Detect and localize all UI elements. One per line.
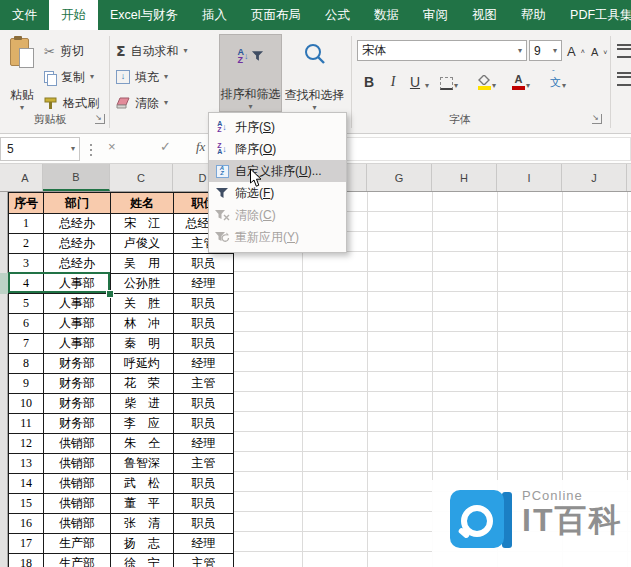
table-cell[interactable]: 林 冲 (111, 314, 174, 334)
menu-item-sort-descending[interactable]: ZA↓ 降序(O) (209, 138, 346, 160)
column-header-i[interactable]: I (497, 164, 562, 191)
grow-font-button[interactable]: A˄ (567, 41, 585, 61)
italic-button[interactable]: I (384, 68, 402, 90)
table-cell[interactable]: 经理 (174, 274, 234, 294)
column-header-a[interactable]: A (8, 164, 43, 191)
bold-button[interactable]: B (360, 68, 378, 90)
table-cell[interactable]: 职员 (174, 294, 234, 314)
table-cell[interactable]: 12 (9, 434, 44, 454)
table-cell[interactable]: 7 (9, 334, 44, 354)
ribbon-tab[interactable]: 开始 (49, 0, 98, 30)
fill-button[interactable]: ↓ 填充 ▾ (116, 67, 168, 87)
table-cell[interactable]: 总经办 (44, 234, 111, 254)
table-cell[interactable]: 人事部 (44, 314, 111, 334)
table-cell[interactable]: 职员 (174, 414, 234, 434)
table-cell[interactable]: 主管 (174, 554, 234, 567)
clear-dropdown-caret-icon[interactable]: ▾ (164, 99, 168, 107)
ribbon-tab[interactable]: 数据 (362, 0, 411, 30)
ribbon-tab[interactable]: 文件 (0, 0, 49, 30)
table-cell[interactable]: 关 胜 (111, 294, 174, 314)
table-cell[interactable]: 朱 仝 (111, 434, 174, 454)
table-cell[interactable]: 供销部 (44, 494, 111, 514)
menu-item-filter[interactable]: 筛选(F) (209, 182, 346, 204)
table-cell[interactable]: 9 (9, 374, 44, 394)
table-cell[interactable]: 总经办 (44, 254, 111, 274)
ribbon-tab[interactable]: Excel与财务 (98, 0, 190, 30)
table-cell[interactable]: 13 (9, 454, 44, 474)
table-cell[interactable]: 经理 (174, 534, 234, 554)
table-cell[interactable]: 职员 (174, 474, 234, 494)
table-cell[interactable]: 15 (9, 494, 44, 514)
copy-dropdown-caret-icon[interactable]: ▾ (90, 73, 94, 81)
borders-button[interactable]: ▾ (440, 68, 458, 90)
table-cell[interactable]: 徐 宁 (111, 554, 174, 567)
font-name-combo[interactable]: 宋体 ▾ (357, 40, 527, 61)
menu-item-sort-ascending[interactable]: AZ↓ 升序(S) (209, 116, 346, 138)
ribbon-tab[interactable]: 审阅 (411, 0, 460, 30)
table-cell[interactable]: 扬 志 (111, 534, 174, 554)
table-cell[interactable]: 李 应 (111, 414, 174, 434)
ribbon-tab[interactable]: 视图 (460, 0, 509, 30)
column-header-j[interactable]: J (562, 164, 627, 191)
font-color-button[interactable]: A ▾ (512, 68, 530, 90)
table-cell[interactable]: 宋 江 (111, 214, 174, 234)
table-cell[interactable]: 主管 (174, 454, 234, 474)
underline-caret-icon[interactable]: ▾ (425, 82, 429, 90)
row-headers-strip[interactable] (0, 192, 8, 567)
ribbon-tab[interactable]: 帮助 (509, 0, 558, 30)
selection-fill-handle[interactable] (106, 290, 114, 298)
table-cell[interactable]: 财务部 (44, 374, 111, 394)
align-text-icon[interactable] (617, 72, 631, 86)
table-cell[interactable]: 公孙胜 (111, 274, 174, 294)
table-cell[interactable]: 职员 (174, 494, 234, 514)
table-cell[interactable]: 吴 用 (111, 254, 174, 274)
cut-button[interactable]: ✂ 剪切 (44, 41, 84, 61)
cancel-button[interactable]: × (108, 139, 116, 154)
font-name-caret-icon[interactable]: ▾ (518, 47, 522, 55)
sort-filter-button[interactable]: AZ ↓ 排序和筛选 ▾ (219, 34, 282, 112)
table-cell[interactable]: 职员 (174, 334, 234, 354)
table-cell[interactable]: 财务部 (44, 354, 111, 374)
table-cell[interactable]: 3 (9, 254, 44, 274)
paste-dropdown-caret-icon[interactable]: ▾ (20, 104, 24, 112)
table-cell[interactable]: 职员 (174, 254, 234, 274)
table-cell[interactable]: 生产部 (44, 554, 111, 567)
table-cell[interactable]: 鲁智深 (111, 454, 174, 474)
ribbon-tab[interactable]: PDF工具集 (558, 0, 631, 30)
table-cell[interactable]: 职员 (174, 514, 234, 534)
find-select-dropdown-caret-icon[interactable]: ▾ (312, 104, 316, 112)
fill-color-button[interactable]: ▾ (478, 68, 496, 90)
table-cell[interactable]: 17 (9, 534, 44, 554)
table-cell[interactable]: 生产部 (44, 534, 111, 554)
underline-button[interactable]: U ▾ (406, 68, 429, 90)
fill-color-caret-icon[interactable]: ▾ (492, 82, 496, 90)
table-cell[interactable]: 武 松 (111, 474, 174, 494)
autosum-dropdown-caret-icon[interactable]: ▾ (184, 47, 188, 55)
clipboard-dialog-launcher-icon[interactable]: ↘ (95, 114, 105, 124)
table-cell[interactable]: 16 (9, 514, 44, 534)
header-cell[interactable]: 姓名 (111, 193, 174, 214)
table-cell[interactable]: 职员 (174, 394, 234, 414)
sort-filter-dropdown-caret-icon[interactable]: ▾ (248, 103, 252, 111)
font-dialog-launcher-icon[interactable]: ↘ (592, 114, 602, 124)
table-cell[interactable]: 11 (9, 414, 44, 434)
table-cell[interactable]: 财务部 (44, 414, 111, 434)
column-header-b[interactable]: B (43, 164, 110, 191)
table-cell[interactable]: 14 (9, 474, 44, 494)
table-cell[interactable]: 供销部 (44, 434, 111, 454)
table-cell[interactable]: 人事部 (44, 334, 111, 354)
header-cell[interactable]: 部门 (44, 193, 111, 214)
table-cell[interactable]: 财务部 (44, 394, 111, 414)
table-cell[interactable]: 8 (9, 354, 44, 374)
table-cell[interactable]: 10 (9, 394, 44, 414)
table-cell[interactable]: 6 (9, 314, 44, 334)
table-cell[interactable]: 供销部 (44, 514, 111, 534)
column-header-h[interactable]: H (432, 164, 497, 191)
table-cell[interactable]: 供销部 (44, 474, 111, 494)
clear-button[interactable]: 清除 ▾ (116, 93, 168, 113)
paste-button[interactable]: 粘贴 ▾ (1, 34, 43, 112)
table-cell[interactable]: 职员 (174, 314, 234, 334)
phonetic-caret-icon[interactable]: ▾ (562, 82, 566, 90)
table-cell[interactable]: 张 清 (111, 514, 174, 534)
ribbon-tab[interactable]: 公式 (313, 0, 362, 30)
